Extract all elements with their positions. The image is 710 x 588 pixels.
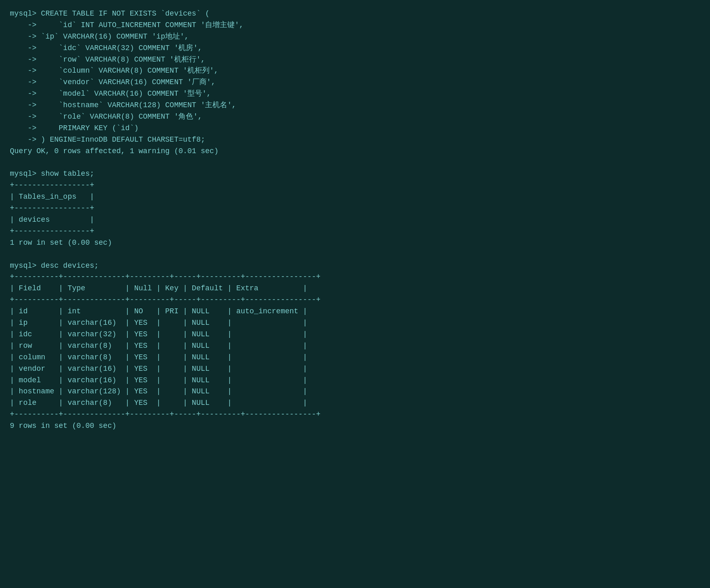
terminal-line-l15: mysql> show tables;	[10, 168, 700, 180]
terminal-line-l4: -> `idc` VARCHAR(32) COMMENT '机房',	[10, 43, 700, 54]
terminal-line-l27: | id | int | NO | PRI | NULL | auto_incr…	[10, 306, 700, 317]
terminal-line-l13: Query OK, 0 rows affected, 1 warning (0.…	[10, 146, 700, 157]
terminal-line-l9: -> `hostname` VARCHAR(128) COMMENT '主机名'…	[10, 100, 700, 111]
terminal-line-l34: | hostname | varchar(128) | YES | | NULL…	[10, 386, 700, 397]
terminal-line-l37: 9 rows in set (0.00 sec)	[10, 420, 700, 432]
terminal-line-l8: -> `model` VARCHAR(16) COMMENT '型号',	[10, 88, 700, 100]
empty-line-13	[10, 157, 700, 169]
terminal-line-l23: mysql> desc devices;	[10, 260, 700, 272]
terminal-line-l29: | idc | varchar(32) | YES | | NULL | |	[10, 329, 700, 340]
terminal-line-l18: +-----------------+	[10, 203, 700, 214]
terminal-line-l35: | role | varchar(8) | YES | | NULL | |	[10, 397, 700, 409]
terminal-line-l36: +----------+--------------+---------+---…	[10, 409, 700, 420]
terminal-line-l3: -> `ip` VARCHAR(16) COMMENT 'ip地址',	[10, 31, 700, 43]
terminal-line-l28: | ip | varchar(16) | YES | | NULL | |	[10, 317, 700, 329]
terminal-line-l16: +-----------------+	[10, 180, 700, 191]
terminal-line-l6: -> `column` VARCHAR(8) COMMENT '机柜列',	[10, 65, 700, 77]
terminal-line-l30: | row | varchar(8) | YES | | NULL | |	[10, 340, 700, 352]
terminal-line-l25: | Field | Type | Null | Key | Default | …	[10, 283, 700, 294]
terminal-line-l24: +----------+--------------+---------+---…	[10, 271, 700, 283]
terminal-line-l10: -> `role` VARCHAR(8) COMMENT '角色',	[10, 111, 700, 123]
terminal-line-l7: -> `vendor` VARCHAR(16) COMMENT '厂商',	[10, 77, 700, 88]
terminal-line-l11: -> PRIMARY KEY (`id`)	[10, 123, 700, 134]
terminal-line-l2: -> `id` INT AUTO_INCREMENT COMMENT '自增主键…	[10, 20, 700, 31]
terminal-line-l17: | Tables_in_ops |	[10, 191, 700, 203]
terminal-line-l19: | devices |	[10, 214, 700, 226]
terminal-line-l26: +----------+--------------+---------+---…	[10, 294, 700, 306]
terminal-line-l5: -> `row` VARCHAR(8) COMMENT '机柜行',	[10, 54, 700, 66]
terminal-line-l20: +-----------------+	[10, 226, 700, 237]
terminal-line-l33: | model | varchar(16) | YES | | NULL | |	[10, 375, 700, 386]
terminal-line-l1: mysql> CREATE TABLE IF NOT EXISTS `devic…	[10, 8, 700, 20]
terminal-line-l31: | column | varchar(8) | YES | | NULL | |	[10, 352, 700, 363]
terminal-line-l32: | vendor | varchar(16) | YES | | NULL | …	[10, 363, 700, 375]
empty-line-21	[10, 249, 700, 260]
terminal-line-l21: 1 row in set (0.00 sec)	[10, 237, 700, 249]
terminal: mysql> CREATE TABLE IF NOT EXISTS `devic…	[10, 8, 700, 432]
terminal-line-l12: -> ) ENGINE=InnoDB DEFAULT CHARSET=utf8;	[10, 134, 700, 146]
